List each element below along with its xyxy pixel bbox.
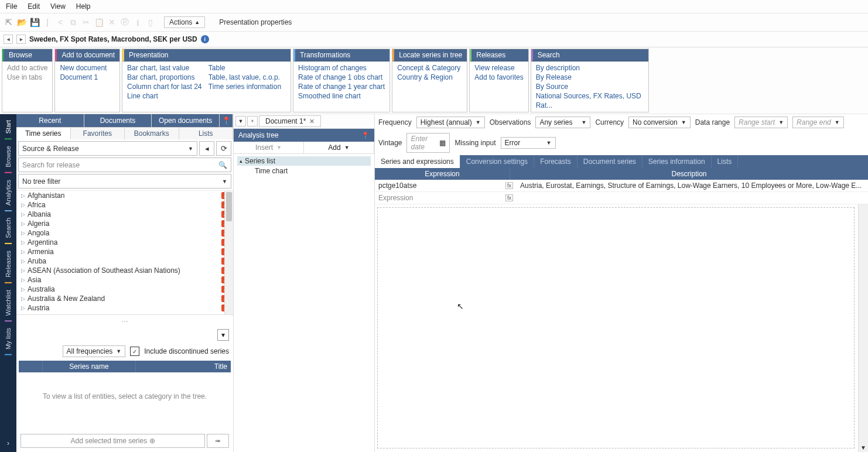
browse-add-to-active[interactable]: Add to active	[7, 63, 47, 73]
trans-hist[interactable]: Histogram of changes	[298, 63, 385, 73]
observations-select[interactable]: Any series▼	[535, 117, 590, 128]
tree-item[interactable]: ▷Austria↗	[16, 303, 233, 313]
vintage-input[interactable]: Enter date▦	[406, 133, 450, 153]
pres-bar-prop[interactable]: Bar chart, proportions	[127, 73, 201, 82]
expr-row-new[interactable]: Expressionfx	[375, 192, 868, 204]
open-icon[interactable]: 📂	[16, 17, 27, 28]
tab-time-series[interactable]: Time series	[16, 128, 71, 139]
pres-table-last[interactable]: Table, last value, c.o.p.	[209, 73, 281, 82]
col-expression[interactable]: Expression	[375, 168, 510, 180]
vertical-scrollbar[interactable]: ▼	[858, 204, 868, 452]
menu-file[interactable]: File	[6, 2, 17, 11]
tree-scrollbar[interactable]	[224, 191, 233, 314]
tab-recent[interactable]: Recent	[16, 114, 84, 127]
rel-fav[interactable]: Add to favorites	[474, 73, 523, 82]
st-doc-series[interactable]: Document series	[577, 155, 643, 168]
tree-item[interactable]: ▷Asia↗	[16, 275, 233, 285]
frequency-select[interactable]: Highest (annual)▼	[416, 117, 485, 128]
vtab-releases[interactable]: Releases	[5, 246, 12, 283]
tree-item[interactable]: ▷Armenia↗	[16, 247, 233, 256]
save-icon[interactable]: 💾	[29, 17, 40, 28]
analysis-tree[interactable]: ▴Series list Time chart	[234, 154, 374, 179]
range-end-select[interactable]: Range end▼	[792, 117, 844, 128]
vtab-analytics[interactable]: Analytics	[5, 175, 12, 211]
fx-icon[interactable]: fx	[505, 182, 513, 189]
col-series-name[interactable]: Series name	[43, 361, 136, 372]
presentation-properties[interactable]: Presentation properties	[219, 18, 292, 26]
tree-filter-select[interactable]: No tree filter▼	[18, 174, 231, 189]
tree-item[interactable]: ▷Algeria↗	[16, 219, 233, 228]
addtodoc-doc1[interactable]: Document 1	[60, 73, 115, 82]
tree-series-list[interactable]: ▴Series list	[237, 156, 371, 166]
locate-country[interactable]: Country & Region	[397, 73, 462, 82]
send-button[interactable]: ➠	[207, 434, 229, 448]
expr-row[interactable]: pctge10atsefx Austria, Eurostat, Earning…	[375, 180, 868, 192]
frequency-filter-select[interactable]: All frequencies▼	[63, 345, 126, 357]
doc-add-icon[interactable]: +	[247, 116, 258, 126]
actions-dropdown[interactable]: Actions▲	[164, 16, 205, 28]
doc-tab[interactable]: Document 1*✕	[259, 115, 321, 127]
search-release-input[interactable]: Search for release🔍	[18, 157, 231, 172]
missing-input-select[interactable]: Error▼	[501, 137, 556, 149]
menu-view[interactable]: View	[50, 2, 66, 11]
refresh-icon[interactable]: ⟳	[216, 141, 231, 156]
tree-item[interactable]: ▷Australia↗	[16, 285, 233, 294]
st-forecasts[interactable]: Forecasts	[534, 155, 577, 168]
expr-cell[interactable]: pctge10atse	[378, 182, 416, 190]
country-tree[interactable]: ▷Afghanistan↗▷Africa↗▷Albania↗▷Algeria↗▷…	[16, 190, 233, 314]
filter-icon[interactable]: ▾	[217, 329, 229, 341]
locate-concept[interactable]: Concept & Category	[397, 63, 462, 73]
tab-bookmarks[interactable]: Bookmarks	[125, 128, 179, 139]
source-release-select[interactable]: Source & Release▼	[18, 141, 197, 156]
currency-select[interactable]: No conversion▼	[628, 117, 691, 128]
vtab-search[interactable]: Search	[5, 213, 12, 244]
pres-col-24[interactable]: Column chart for last 24	[127, 82, 201, 91]
range-start-select[interactable]: Range start▼	[734, 117, 788, 128]
vtab-mylists[interactable]: My lists	[5, 323, 12, 355]
tree-item[interactable]: ▷Australia & New Zealand↗	[16, 294, 233, 303]
tab-lists[interactable]: Lists	[179, 128, 234, 139]
tab-favorites[interactable]: Favorites	[71, 128, 125, 139]
tree-item[interactable]: ▷Albania↗	[16, 210, 233, 219]
vtab-watchlist[interactable]: Watchlist	[5, 285, 12, 321]
tab-documents[interactable]: Documents	[84, 114, 152, 127]
drop-area[interactable]: ↖	[377, 207, 855, 448]
tree-time-chart[interactable]: Time chart	[237, 166, 371, 176]
trans-roc-1yr[interactable]: Rate of change 1 year chart	[298, 82, 385, 91]
insert-button[interactable]: Insert▼	[234, 142, 304, 153]
st-series-info[interactable]: Series information	[643, 155, 712, 168]
expr-cell-placeholder[interactable]: Expression	[378, 194, 413, 202]
search-release[interactable]: By Release	[536, 73, 644, 82]
tree-item[interactable]: ▷Aruba↗	[16, 256, 233, 266]
pres-ts-info[interactable]: Time series information	[209, 82, 281, 91]
pres-line[interactable]: Line chart	[127, 91, 201, 101]
trans-roc-1obs[interactable]: Rate of change 1 obs chart	[298, 73, 385, 82]
trans-smooth[interactable]: Smoothed line chart	[298, 91, 385, 101]
tab-open-documents[interactable]: Open documents	[152, 114, 220, 127]
nav-back-button[interactable]: ◂	[4, 35, 13, 44]
add-button[interactable]: Add▼	[304, 142, 374, 153]
rel-view[interactable]: View release	[474, 63, 523, 73]
vtab-browse[interactable]: Browse	[5, 141, 12, 173]
menu-edit[interactable]: Edit	[28, 2, 40, 11]
info-icon[interactable]: i	[201, 35, 209, 43]
close-icon[interactable]: ✕	[309, 118, 315, 125]
st-conversion[interactable]: Conversion settings	[460, 155, 534, 168]
include-discontinued-checkbox[interactable]: ✓	[130, 347, 139, 356]
pres-bar-last[interactable]: Bar chart, last value	[127, 63, 201, 73]
tree-item[interactable]: ▷ASEAN (Association of Southeast Asian N…	[16, 266, 233, 275]
pres-table[interactable]: Table	[209, 63, 281, 73]
col-description[interactable]: Description	[510, 168, 868, 180]
pin-icon[interactable]: 📍	[361, 132, 370, 139]
addtodoc-new[interactable]: New document	[60, 63, 115, 73]
add-selected-button[interactable]: Add selected time series ⊕	[20, 434, 205, 448]
browse-use-in-tabs[interactable]: Use in tabs	[7, 73, 47, 82]
st-lists[interactable]: Lists	[712, 155, 739, 168]
expand-icon[interactable]: ›	[7, 439, 9, 447]
tree-item[interactable]: ▷Africa↗	[16, 200, 233, 210]
tree-item[interactable]: ▷Argentina↗	[16, 238, 233, 247]
nav-fwd-button[interactable]: ▸	[16, 35, 26, 44]
cursor-icon[interactable]: ⇱	[4, 17, 14, 28]
tree-item[interactable]: ▷Angola↗	[16, 228, 233, 238]
doc-dropdown-icon[interactable]: ▼	[235, 116, 246, 126]
